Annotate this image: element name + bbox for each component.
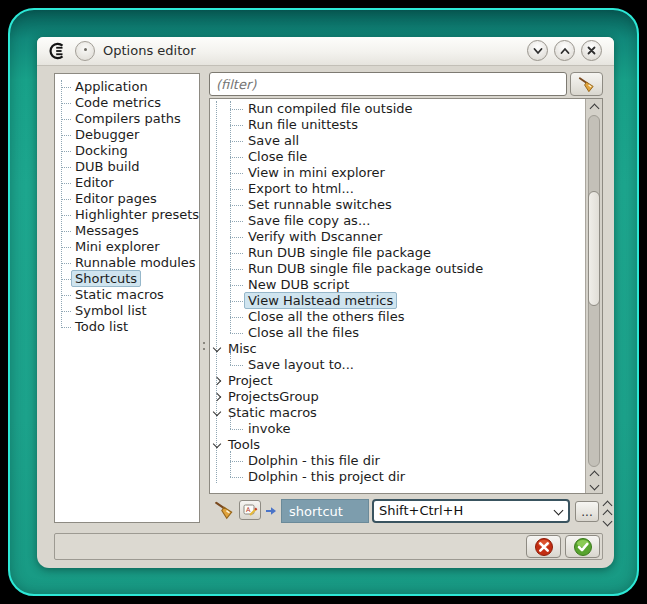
tree-item-close-all-the-others-files[interactable]: Close all the others files (210, 309, 584, 325)
tree-item-view-in-mini-explorer[interactable]: View in mini explorer (210, 165, 584, 181)
collapse-icon[interactable] (213, 440, 221, 448)
expand-icon[interactable] (213, 393, 221, 401)
tree-item-label: View Halstead metrics (244, 292, 397, 309)
sidebar-item-shortcuts[interactable]: Shortcuts (55, 271, 199, 287)
tree-item-run-dub-single-file-package[interactable]: Run DUB single file package (210, 245, 584, 261)
titlebar[interactable]: Options editor (37, 37, 614, 66)
tree-connector (230, 237, 243, 238)
scrollbar-thumb[interactable] (588, 191, 600, 306)
tree-connector (230, 317, 243, 318)
sidebar-item-label: Highlighter presets (75, 207, 199, 223)
chevron-down-icon (554, 506, 564, 516)
panel-splitter[interactable] (200, 73, 209, 523)
more-button[interactable]: ... (575, 501, 599, 522)
edit-value-button[interactable]: A (239, 500, 261, 520)
shortcuts-tree: Run compiled file outsideRun file unitte… (209, 98, 603, 494)
tree-item-label: Run DUB single file package outside (248, 261, 483, 277)
sidebar-item-mini-explorer[interactable]: Mini explorer (55, 239, 199, 255)
sidebar-item-symbol-list[interactable]: Symbol list (55, 303, 199, 319)
tree-group-label: Misc (228, 341, 257, 357)
tree-connector (230, 205, 243, 206)
tree-item-misc[interactable]: Misc (210, 341, 584, 357)
chevron-up-icon (560, 47, 570, 55)
tree-connector (230, 221, 243, 222)
property-name-cell[interactable]: shortcut (281, 499, 369, 523)
tree-item-save-layout-to[interactable]: Save layout to... (210, 357, 584, 373)
tree-item-invoke[interactable]: invoke (210, 421, 584, 437)
property-grid-scrollbar[interactable] (601, 498, 614, 524)
sidebar-item-debugger[interactable]: Debugger (55, 127, 199, 143)
sidebar-item-static-macros[interactable]: Static macros (55, 287, 199, 303)
sidebar-item-dub-build[interactable]: DUB build (55, 159, 199, 175)
tree-item-run-dub-single-file-package-outside[interactable]: Run DUB single file package outside (210, 261, 584, 277)
sidebar-item-runnable-modules[interactable]: Runnable modules (55, 255, 199, 271)
broom-icon[interactable] (213, 499, 235, 521)
close-button[interactable] (581, 40, 602, 61)
tree-item-projectsgroup[interactable]: ProjectsGroup (210, 389, 584, 405)
sidebar-item-todo-list[interactable]: Todo list (55, 319, 199, 335)
tree-item-close-all-the-files[interactable]: Close all the files (210, 325, 584, 341)
tree-item-label: Dolphin - this project dir (248, 469, 405, 485)
tree-item-dolphin-this-project-dir[interactable]: Dolphin - this project dir (210, 469, 584, 485)
chevron-down-icon (533, 47, 543, 55)
tree-item-label: View in mini explorer (248, 165, 385, 181)
collapse-icon[interactable] (213, 344, 221, 352)
sidebar-item-application[interactable]: Application (55, 79, 199, 95)
sidebar-item-compilers-paths[interactable]: Compilers paths (55, 111, 199, 127)
tree-item-project[interactable]: Project (210, 373, 584, 389)
scroll-up-icon[interactable] (590, 471, 600, 481)
collapse-icon[interactable] (213, 408, 221, 416)
expand-icon[interactable] (213, 377, 221, 385)
tree-item-run-file-unittests[interactable]: Run file unittests (210, 117, 584, 133)
sidebar-item-editor[interactable]: Editor (55, 175, 199, 191)
shortcut-value-combobox[interactable]: Shift+Ctrl+H (372, 499, 570, 523)
sidebar-item-label: Shortcuts (71, 270, 141, 287)
desktop-background: Options editor (0, 0, 647, 604)
tree-group-label: Project (228, 373, 272, 389)
maximize-button[interactable] (554, 40, 575, 61)
sidebar-item-code-metrics[interactable]: Code metrics (55, 95, 199, 111)
sidebar-item-label: Messages (75, 223, 139, 239)
accept-button[interactable] (565, 535, 600, 558)
sidebar-item-messages[interactable]: Messages (55, 223, 199, 239)
scroll-down-icon[interactable] (590, 481, 600, 491)
tree-item-run-compiled-file-outside[interactable]: Run compiled file outside (210, 101, 584, 117)
cancel-button[interactable] (526, 535, 561, 558)
tree-connector (61, 263, 71, 264)
sidebar-item-label: Runnable modules (75, 255, 196, 271)
sidebar-item-label: Compilers paths (75, 111, 181, 127)
tree-item-export-to-html[interactable]: Export to html... (210, 181, 584, 197)
scroll-down-icon[interactable] (603, 517, 613, 527)
tree-connector (230, 253, 243, 254)
clear-filter-button[interactable] (570, 72, 603, 96)
tree-item-set-runnable-switches[interactable]: Set runnable switches (210, 197, 584, 213)
tree-item-save-file-copy-as[interactable]: Save file copy as... (210, 213, 584, 229)
svg-text:A: A (246, 506, 251, 514)
tree-item-new-dub-script[interactable]: New DUB script (210, 277, 584, 293)
tree-connector (61, 311, 71, 312)
filter-input[interactable] (209, 72, 567, 96)
scroll-up-icon[interactable] (590, 104, 600, 114)
tree-item-static-macros[interactable]: Static macros (210, 405, 584, 421)
sidebar-item-docking[interactable]: Docking (55, 143, 199, 159)
tree-item-close-file[interactable]: Close file (210, 149, 584, 165)
sidebar-item-highlighter-presets[interactable]: Highlighter presets (55, 207, 199, 223)
tree-item-label: invoke (248, 421, 291, 437)
tree-group-label: Static macros (228, 405, 317, 421)
window-menu-icon[interactable] (75, 41, 95, 61)
tree-item-save-all[interactable]: Save all (210, 133, 584, 149)
splitter-grip-icon (203, 341, 206, 353)
tree-item-verify-with-dscanner[interactable]: Verify with Dscanner (210, 229, 584, 245)
tree-item-dolphin-this-file-dir[interactable]: Dolphin - this file dir (210, 453, 584, 469)
tree-connector (61, 135, 71, 136)
tree-connector (61, 327, 71, 328)
tree-item-tools[interactable]: Tools (210, 437, 584, 453)
window-frame: Options editor (8, 8, 639, 596)
minimize-button[interactable] (527, 40, 548, 61)
tree-connector (230, 477, 243, 478)
tree-item-label: Close all the others files (248, 309, 404, 325)
tree-item-label: Save file copy as... (248, 213, 370, 229)
tree-scrollbar[interactable] (585, 99, 602, 493)
tree-item-view-halstead-metrics[interactable]: View Halstead metrics (210, 293, 584, 309)
sidebar-item-editor-pages[interactable]: Editor pages (55, 191, 199, 207)
